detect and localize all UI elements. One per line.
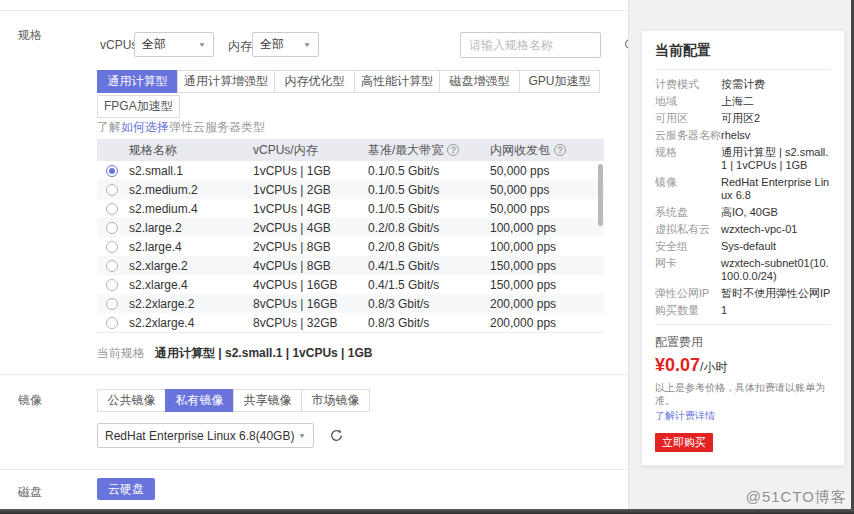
config-row: 计费模式按需计费 — [655, 78, 831, 91]
how-to-choose-link[interactable]: 如何选择 — [121, 120, 169, 134]
table-row[interactable]: s2.xlarge.2 4vCPUs | 8GB 0.4/1.5 Gbit/s … — [97, 256, 604, 275]
table-row[interactable]: s2.small.1 1vCPUs | 1GB 0.1/0.5 Gbit/s 5… — [97, 161, 604, 180]
current-spec-value: 通用计算型 | s2.small.1 | 1vCPUs | 1GB — [155, 345, 372, 362]
spec-section-label: 规格 — [18, 27, 42, 44]
col-flavor-name: 规格名称 — [129, 142, 253, 159]
table-row[interactable]: s2.medium.4 1vCPUs | 4GB 0.1/0.5 Gbit/s … — [97, 199, 604, 218]
radio-button[interactable] — [106, 317, 118, 329]
current-config-panel: 当前配置 计费模式按需计费 地域上海二 可用区可用区2 云服务器名称rhelsv… — [628, 0, 851, 514]
refresh-icon[interactable] — [326, 425, 346, 445]
config-card-title: 当前配置 — [655, 42, 831, 70]
config-row: 安全组Sys-default — [655, 240, 831, 253]
cloud-disk-button[interactable]: 云硬盘 — [97, 478, 155, 500]
tab-disk-intensive[interactable]: 磁盘增强型 — [439, 70, 520, 93]
radio-button[interactable] — [106, 165, 118, 177]
help-icon[interactable]: ? — [447, 144, 459, 156]
col-bandwidth: 基准/最大带宽 ? — [368, 142, 490, 159]
tab-memory-optimized[interactable]: 内存优化型 — [274, 70, 355, 93]
radio-button[interactable] — [106, 298, 118, 310]
flavor-table: 规格名称 vCPUs/内存 基准/最大带宽 ? 内网收发包 ? s2.small… — [97, 139, 604, 333]
learn-how-to-choose: 了解如何选择弹性云服务器类型 — [97, 119, 265, 136]
vcpus-select[interactable]: 全部 ▼ — [134, 32, 214, 57]
tab-gpu-accelerated[interactable]: GPU加速型 — [519, 70, 600, 93]
config-row: 虚拟私有云wzxtech-vpc-01 — [655, 223, 831, 236]
image-section-label: 镜像 — [18, 392, 42, 409]
table-row[interactable]: s2.medium.2 1vCPUs | 2GB 0.1/0.5 Gbit/s … — [97, 180, 604, 199]
fee-divider — [655, 324, 831, 325]
spec-search-input[interactable] — [469, 38, 624, 52]
fee-note: 以上是参考价格，具体扣费请以账单为准。 — [655, 381, 831, 407]
chevron-down-icon: ▼ — [298, 432, 306, 438]
config-area: 规格 vCPUs 全部 ▼ 内存 全部 ▼ 通用计算型 通用计算增强型 内存优化… — [0, 0, 628, 514]
table-row[interactable]: s2.2xlarge.2 8vCPUs | 16GB 0.8/3 Gbit/s … — [97, 294, 604, 313]
price-unit: /小时 — [700, 360, 727, 374]
screenshot-bottom-edge — [0, 509, 854, 514]
disk-section-label: 磁盘 — [18, 484, 42, 501]
table-scrollbar[interactable] — [598, 164, 603, 226]
memory-select[interactable]: 全部 ▼ — [252, 32, 319, 57]
flavor-table-body: s2.small.1 1vCPUs | 1GB 0.1/0.5 Gbit/s 5… — [97, 161, 604, 333]
ecs-purchase-page: 规格 vCPUs 全部 ▼ 内存 全部 ▼ 通用计算型 通用计算增强型 内存优化… — [0, 0, 854, 514]
price-value: ¥0.07 — [655, 355, 700, 375]
billing-details-link[interactable]: 了解计费详情 — [655, 409, 831, 423]
vcpus-label: vCPUs — [100, 38, 137, 52]
current-config-card: 当前配置 计费模式按需计费 地域上海二 可用区可用区2 云服务器名称rhelsv… — [641, 30, 845, 466]
tab-marketplace-image[interactable]: 市场镜像 — [301, 389, 370, 412]
radio-button[interactable] — [106, 184, 118, 196]
config-row: 系统盘高IO, 40GB — [655, 206, 831, 219]
memory-label: 内存 — [228, 38, 252, 55]
price-line: ¥0.07/小时 — [655, 355, 831, 376]
image-type-tabs: 公共镜像 私有镜像 共享镜像 市场镜像 — [97, 389, 370, 412]
col-pps: 内网收发包 ? — [490, 142, 604, 159]
radio-button[interactable] — [106, 260, 118, 272]
tab-fpga-accelerated[interactable]: FPGA加速型 — [97, 95, 180, 118]
section-divider — [0, 374, 628, 375]
radio-button[interactable] — [106, 279, 118, 291]
current-spec-label: 当前规格 — [97, 345, 145, 362]
config-row: 地域上海二 — [655, 95, 831, 108]
buy-now-button[interactable]: 立即购买 — [655, 433, 713, 452]
watermark-51cto: @51CTO博客 — [746, 488, 847, 507]
table-row[interactable]: s2.large.2 2vCPUs | 4GB 0.2/0.8 Gbit/s 1… — [97, 218, 604, 237]
memory-select-value: 全部 — [260, 36, 284, 53]
radio-button[interactable] — [106, 203, 118, 215]
chevron-down-icon: ▼ — [303, 41, 311, 47]
fee-label: 配置费用 — [655, 334, 831, 351]
col-vcpus-memory: vCPUs/内存 — [253, 142, 368, 159]
config-list: 计费模式按需计费 地域上海二 可用区可用区2 云服务器名称rhelsv 规格通用… — [655, 78, 831, 317]
spec-search — [460, 32, 601, 58]
config-row: 网卡wzxtech-subnet01(10.100.0.0/24) — [655, 257, 831, 283]
config-row: 规格通用计算型 | s2.small.1 | 1vCPUs | 1GB — [655, 146, 831, 172]
radio-button[interactable] — [106, 222, 118, 234]
tab-general-computing[interactable]: 通用计算型 — [97, 70, 178, 93]
tab-general-computing-plus[interactable]: 通用计算增强型 — [177, 70, 275, 93]
table-row[interactable]: s2.2xlarge.4 8vCPUs | 32GB 0.8/3 Gbit/s … — [97, 313, 604, 332]
table-row[interactable]: s2.xlarge.4 4vCPUs | 16GB 0.4/1.5 Gbit/s… — [97, 275, 604, 294]
tab-public-image[interactable]: 公共镜像 — [97, 389, 166, 412]
vcpus-select-value: 全部 — [142, 36, 166, 53]
config-row: 可用区可用区2 — [655, 112, 831, 125]
spec-type-tabs: 通用计算型 通用计算增强型 内存优化型 高性能计算型 磁盘增强型 GPU加速型 — [97, 70, 600, 93]
chevron-down-icon: ▼ — [198, 41, 206, 47]
image-select[interactable]: RedHat Enterprise Linux 6.8(40GB) ▼ — [97, 423, 314, 448]
help-icon[interactable]: ? — [554, 144, 566, 156]
flavor-table-header: 规格名称 vCPUs/内存 基准/最大带宽 ? 内网收发包 ? — [97, 139, 604, 161]
table-row[interactable]: s2.large.4 2vCPUs | 8GB 0.2/0.8 Gbit/s 1… — [97, 237, 604, 256]
config-row: 镜像RedHat Enterprise Linux 6.8 — [655, 176, 831, 202]
radio-button[interactable] — [106, 241, 118, 253]
section-divider — [0, 469, 628, 470]
config-row: 云服务器名称rhelsv — [655, 129, 831, 142]
image-select-value: RedHat Enterprise Linux 6.8(40GB) — [105, 429, 294, 443]
tab-high-performance[interactable]: 高性能计算型 — [354, 70, 440, 93]
section-top-divider — [0, 10, 628, 11]
tab-shared-image[interactable]: 共享镜像 — [233, 389, 302, 412]
tab-private-image[interactable]: 私有镜像 — [165, 389, 234, 412]
spec-type-tabs-row2: FPGA加速型 — [97, 95, 180, 118]
config-row: 弹性公网IP暂时不使用弹性公网IP — [655, 287, 831, 300]
config-row: 购买数量1 — [655, 304, 831, 317]
